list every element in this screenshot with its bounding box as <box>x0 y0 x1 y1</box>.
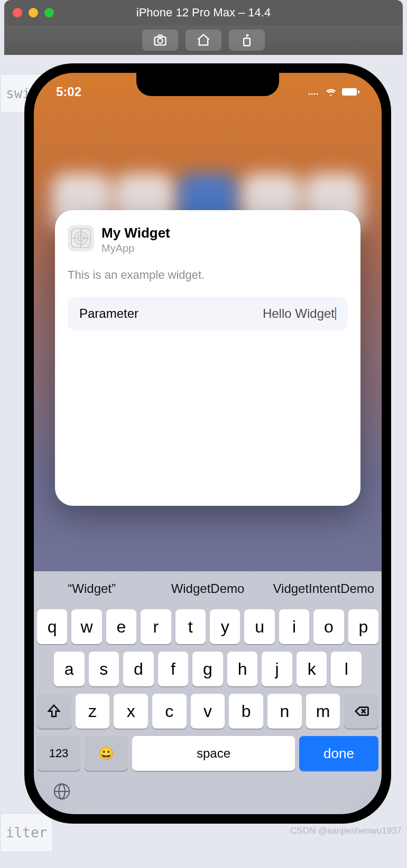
svg-point-1 <box>158 39 162 43</box>
widget-config-card: My Widget MyApp This is an example widge… <box>55 210 360 506</box>
key-v[interactable]: v <box>191 694 225 729</box>
svg-point-6 <box>317 93 318 95</box>
status-time: 5:02 <box>56 84 81 99</box>
key-p[interactable]: p <box>348 609 378 644</box>
key-l[interactable]: l <box>331 652 362 686</box>
key-j[interactable]: j <box>262 652 292 686</box>
done-key[interactable]: done <box>299 736 378 771</box>
key-t[interactable]: t <box>175 609 206 644</box>
svg-point-3 <box>309 93 310 95</box>
widget-title: My Widget <box>101 225 170 241</box>
key-q[interactable]: q <box>37 609 67 644</box>
key-o[interactable]: o <box>313 609 344 644</box>
battery-icon <box>341 88 359 96</box>
widget-app-icon <box>68 225 94 251</box>
key-w[interactable]: w <box>71 609 101 644</box>
key-h[interactable]: h <box>227 652 258 686</box>
svg-rect-8 <box>358 90 359 93</box>
key-y[interactable]: y <box>210 609 240 644</box>
key-i[interactable]: i <box>279 609 309 644</box>
key-f[interactable]: f <box>158 652 189 686</box>
suggestion-1[interactable]: “Widget” <box>34 581 150 596</box>
iphone-device-frame: 5:02 My Widget MyApp <box>24 63 391 824</box>
globe-key[interactable] <box>34 778 382 805</box>
key-b[interactable]: b <box>229 694 263 729</box>
home-button[interactable] <box>186 30 221 51</box>
parameter-label: Parameter <box>79 306 138 321</box>
numeric-key[interactable]: 123 <box>37 736 80 771</box>
parameter-row[interactable]: Parameter Hello Widget <box>68 297 348 331</box>
window-titlebar: iPhone 12 Pro Max – 14.4 <box>4 0 403 25</box>
shift-key[interactable] <box>37 694 71 729</box>
key-e[interactable]: e <box>106 609 136 644</box>
suggestion-3[interactable]: VidgetIntentDemo <box>266 581 382 596</box>
key-n[interactable]: n <box>267 694 302 729</box>
key-r[interactable]: r <box>141 609 171 644</box>
cellular-icon <box>308 88 320 96</box>
keyboard: “Widget” WidgetDemo VidgetIntentDemo qwe… <box>34 571 382 814</box>
screenshot-button[interactable] <box>142 30 178 51</box>
key-a[interactable]: a <box>54 652 85 686</box>
space-key[interactable]: space <box>132 736 295 771</box>
simulator-toolbar <box>4 25 403 55</box>
device-screen: 5:02 My Widget MyApp <box>34 73 382 814</box>
svg-point-5 <box>314 93 316 95</box>
key-z[interactable]: z <box>76 694 110 729</box>
key-u[interactable]: u <box>244 609 274 644</box>
widget-app-name: MyApp <box>101 242 170 254</box>
emoji-key[interactable]: 😀 <box>85 736 128 771</box>
key-d[interactable]: d <box>123 652 154 686</box>
key-c[interactable]: c <box>152 694 187 729</box>
backspace-key[interactable] <box>344 694 378 729</box>
watermark: CSDN @sanjieshenwu1937 <box>290 826 402 836</box>
key-m[interactable]: m <box>306 694 340 729</box>
parameter-value-input[interactable]: Hello Widget <box>263 306 336 321</box>
widget-description: This is an example widget. <box>68 268 348 282</box>
key-s[interactable]: s <box>89 652 119 686</box>
notch <box>136 73 279 96</box>
key-g[interactable]: g <box>192 652 223 686</box>
rotate-button[interactable] <box>229 30 265 51</box>
suggestion-bar: “Widget” WidgetDemo VidgetIntentDemo <box>34 571 382 606</box>
window-title: iPhone 12 Pro Max – 14.4 <box>4 6 403 20</box>
wifi-icon <box>325 87 337 97</box>
svg-rect-2 <box>244 39 250 46</box>
suggestion-2[interactable]: WidgetDemo <box>150 581 265 596</box>
simulator-window: iPhone 12 Pro Max – 14.4 5:02 <box>4 0 403 55</box>
svg-rect-7 <box>342 88 357 96</box>
key-x[interactable]: x <box>114 694 148 729</box>
key-k[interactable]: k <box>297 652 327 686</box>
svg-point-4 <box>311 93 313 95</box>
